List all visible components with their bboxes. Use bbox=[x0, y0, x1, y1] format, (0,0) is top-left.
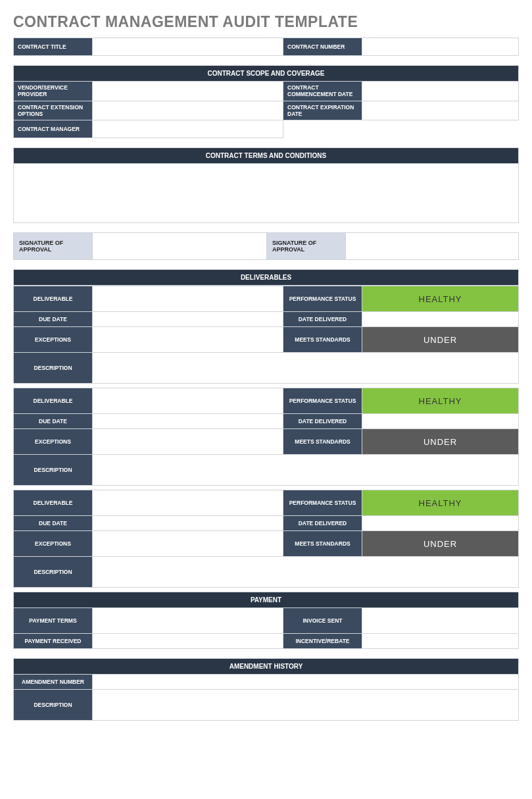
meets-standards-value[interactable]: UNDER bbox=[362, 531, 519, 557]
terms-header: CONTRACT TERMS AND CONDITIONS bbox=[14, 148, 519, 164]
meets-standards-label: MEETS STANDARDS bbox=[283, 531, 362, 557]
payment-header: PAYMENT bbox=[14, 592, 519, 608]
deliverable-value[interactable] bbox=[93, 388, 283, 414]
date-delivered-label: DATE DELIVERED bbox=[283, 312, 362, 327]
deliverable-block: DELIVERABLE PERFORMANCE STATUS HEALTHY D… bbox=[13, 388, 519, 486]
meets-standards-label: MEETS STANDARDS bbox=[283, 429, 362, 455]
amendment-number-value[interactable] bbox=[93, 675, 519, 690]
payment-received-label: PAYMENT RECEIVED bbox=[14, 634, 93, 649]
manager-value[interactable] bbox=[93, 120, 283, 138]
extension-label: CONTRACT EXTENSION OPTIONS bbox=[14, 101, 93, 120]
exceptions-value[interactable] bbox=[93, 429, 283, 455]
description-label: DESCRIPTION bbox=[14, 353, 93, 384]
deliverable-block: DELIVERABLE PERFORMANCE STATUS HEALTHY D… bbox=[13, 286, 519, 384]
date-delivered-value[interactable] bbox=[362, 516, 519, 531]
perf-status-value[interactable]: HEALTHY bbox=[362, 286, 519, 312]
due-date-label: DUE DATE bbox=[14, 414, 93, 429]
deliverables-header: DELIVERABLES bbox=[14, 270, 519, 286]
amendment-description-value[interactable] bbox=[93, 690, 519, 721]
expiration-value[interactable] bbox=[362, 101, 519, 120]
description-label: DESCRIPTION bbox=[14, 557, 93, 588]
extension-value[interactable] bbox=[93, 101, 283, 120]
amendment-description-label: DESCRIPTION bbox=[14, 690, 93, 721]
scope-table: CONTRACT SCOPE AND COVERAGE VENDOR/SERVI… bbox=[13, 65, 519, 138]
perf-status-value[interactable]: HEALTHY bbox=[362, 490, 519, 516]
vendor-label: VENDOR/SERVICE PROVIDER bbox=[14, 82, 93, 101]
terms-content[interactable] bbox=[14, 164, 519, 223]
signature-value-1[interactable] bbox=[93, 233, 267, 260]
contract-id-table: CONTRACT TITLE CONTRACT NUMBER bbox=[13, 38, 519, 56]
amendment-header: AMENDMENT HISTORY bbox=[14, 659, 519, 675]
deliverables-table: DELIVERABLES bbox=[13, 269, 519, 286]
meets-standards-value[interactable]: UNDER bbox=[362, 429, 519, 455]
terms-table: CONTRACT TERMS AND CONDITIONS bbox=[13, 147, 519, 223]
due-date-label: DUE DATE bbox=[14, 312, 93, 327]
due-date-value[interactable] bbox=[93, 414, 283, 429]
deliverable-value[interactable] bbox=[93, 286, 283, 312]
payment-terms-label: PAYMENT TERMS bbox=[14, 608, 93, 634]
description-value[interactable] bbox=[93, 455, 519, 486]
scope-header: CONTRACT SCOPE AND COVERAGE bbox=[14, 66, 519, 82]
description-value[interactable] bbox=[93, 353, 519, 384]
incentive-value[interactable] bbox=[362, 634, 519, 649]
invoice-sent-label: INVOICE SENT bbox=[283, 608, 362, 634]
vendor-value[interactable] bbox=[93, 82, 283, 101]
due-date-label: DUE DATE bbox=[14, 516, 93, 531]
signature-table: SIGNATURE OF APPROVAL SIGNATURE OF APPRO… bbox=[13, 232, 519, 260]
perf-status-label: PERFORMANCE STATUS bbox=[283, 388, 362, 414]
signature-value-2[interactable] bbox=[346, 233, 519, 260]
perf-status-value[interactable]: HEALTHY bbox=[362, 388, 519, 414]
deliverable-label: DELIVERABLE bbox=[14, 490, 93, 516]
deliverable-label: DELIVERABLE bbox=[14, 286, 93, 312]
deliverable-block: DELIVERABLE PERFORMANCE STATUS HEALTHY D… bbox=[13, 490, 519, 588]
expiration-label: CONTRACT EXPIRATION DATE bbox=[283, 101, 362, 120]
invoice-sent-value[interactable] bbox=[362, 608, 519, 634]
page-title: CONTRACT MANAGEMENT AUDIT TEMPLATE bbox=[13, 13, 519, 31]
exceptions-label: EXCEPTIONS bbox=[14, 429, 93, 455]
signature-label-1: SIGNATURE OF APPROVAL bbox=[14, 233, 93, 260]
date-delivered-label: DATE DELIVERED bbox=[283, 516, 362, 531]
exceptions-label: EXCEPTIONS bbox=[14, 327, 93, 353]
signature-label-2: SIGNATURE OF APPROVAL bbox=[267, 233, 346, 260]
perf-status-label: PERFORMANCE STATUS bbox=[283, 286, 362, 312]
due-date-value[interactable] bbox=[93, 516, 283, 531]
contract-number-label: CONTRACT NUMBER bbox=[283, 38, 362, 56]
description-value[interactable] bbox=[93, 557, 519, 588]
exceptions-value[interactable] bbox=[93, 531, 283, 557]
date-delivered-value[interactable] bbox=[362, 312, 519, 327]
contract-title-label: CONTRACT TITLE bbox=[14, 38, 93, 56]
exceptions-label: EXCEPTIONS bbox=[14, 531, 93, 557]
amendment-number-label: AMENDMENT NUMBER bbox=[14, 675, 93, 690]
date-delivered-label: DATE DELIVERED bbox=[283, 414, 362, 429]
exceptions-value[interactable] bbox=[93, 327, 283, 353]
commence-value[interactable] bbox=[362, 82, 519, 101]
deliverable-label: DELIVERABLE bbox=[14, 388, 93, 414]
meets-standards-value[interactable]: UNDER bbox=[362, 327, 519, 353]
perf-status-label: PERFORMANCE STATUS bbox=[283, 490, 362, 516]
deliverable-value[interactable] bbox=[93, 490, 283, 516]
description-label: DESCRIPTION bbox=[14, 455, 93, 486]
payment-terms-value[interactable] bbox=[93, 608, 283, 634]
payment-received-value[interactable] bbox=[93, 634, 283, 649]
due-date-value[interactable] bbox=[93, 312, 283, 327]
contract-number-value[interactable] bbox=[362, 38, 519, 56]
contract-title-value[interactable] bbox=[93, 38, 283, 56]
incentive-label: INCENTIVE/REBATE bbox=[283, 634, 362, 649]
amendment-table: AMENDMENT HISTORY AMENDMENT NUMBER DESCR… bbox=[13, 658, 519, 721]
payment-table: PAYMENT PAYMENT TERMS INVOICE SENT PAYME… bbox=[13, 592, 519, 649]
meets-standards-label: MEETS STANDARDS bbox=[283, 327, 362, 353]
date-delivered-value[interactable] bbox=[362, 414, 519, 429]
commence-label: CONTRACT COMMENCEMENT DATE bbox=[283, 82, 362, 101]
manager-label: CONTRACT MANAGER bbox=[14, 120, 93, 138]
